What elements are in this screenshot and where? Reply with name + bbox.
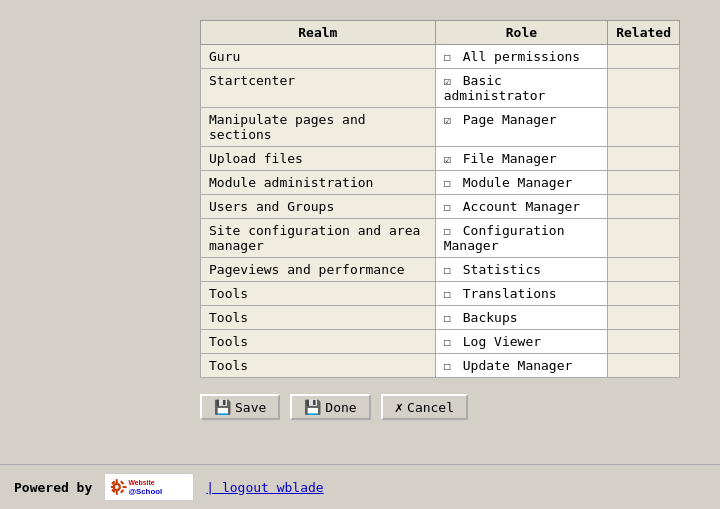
svg-text:@School: @School [129,487,163,496]
related-cell [608,330,680,354]
checkbox-icon: ☐ [444,287,451,301]
role-cell: ☐ Module Manager [435,171,608,195]
role-cell: ☑ Basic administrator [435,69,608,108]
related-cell [608,108,680,147]
cancel-button[interactable]: ✗ Cancel [381,394,468,420]
table-row: Module administration☐ Module Manager [201,171,680,195]
table-row: Tools☐ Backups [201,306,680,330]
logo-svg: Website @School [107,475,191,499]
realm-cell: Tools [201,354,436,378]
role-cell: ☐ Translations [435,282,608,306]
save-label: Save [235,400,266,415]
role-cell: ☐ Account Manager [435,195,608,219]
related-cell [608,219,680,258]
related-cell [608,354,680,378]
related-cell [608,195,680,219]
realm-cell: Tools [201,282,436,306]
footer: Powered by Website @School | logout wbla… [0,464,720,509]
related-cell [608,258,680,282]
table-row: Tools☐ Log Viewer [201,330,680,354]
done-label: Done [325,400,356,415]
role-cell: ☑ File Manager [435,147,608,171]
realm-cell: Manipulate pages and sections [201,108,436,147]
realm-cell: Upload files [201,147,436,171]
role-cell: ☐ Backups [435,306,608,330]
realm-cell: Users and Groups [201,195,436,219]
role-cell: ☐ Log Viewer [435,330,608,354]
related-cell [608,45,680,69]
save-button[interactable]: 💾 Save [200,394,280,420]
table-row: Tools☐ Update Manager [201,354,680,378]
permissions-table: Realm Role Related Guru☐ All permissions… [200,20,680,378]
save-icon: 💾 [214,399,231,415]
realm-cell: Tools [201,306,436,330]
table-row: Guru☐ All permissions [201,45,680,69]
checkbox-icon: ☐ [444,176,451,190]
related-cell [608,147,680,171]
checkbox-icon: ☑ [444,74,451,88]
checkbox-icon: ☐ [444,224,451,238]
checkbox-icon: ☐ [444,263,451,277]
svg-rect-4 [111,486,115,488]
done-icon: 💾 [304,399,321,415]
role-cell: ☐ Configuration Manager [435,219,608,258]
svg-rect-2 [116,479,118,483]
table-row: Startcenter☑ Basic administrator [201,69,680,108]
realm-header: Realm [201,21,436,45]
role-cell: ☑ Page Manager [435,108,608,147]
main-content: Realm Role Related Guru☐ All permissions… [0,0,720,464]
cancel-icon: ✗ [395,399,403,415]
realm-cell: Site configuration and area manager [201,219,436,258]
related-cell [608,282,680,306]
table-row: Manipulate pages and sections☑ Page Mana… [201,108,680,147]
table-row: Pageviews and performance☐ Statistics [201,258,680,282]
permissions-table-container: Realm Role Related Guru☐ All permissions… [200,20,680,378]
checkbox-icon: ☐ [444,359,451,373]
svg-rect-5 [123,486,127,488]
table-row: Site configuration and area manager☐ Con… [201,219,680,258]
powered-by-text: Powered by [14,480,92,495]
checkbox-icon: ☐ [444,200,451,214]
buttons-row: 💾 Save 💾 Done ✗ Cancel [200,394,690,420]
checkbox-icon: ☐ [444,335,451,349]
checkbox-icon: ☐ [444,311,451,325]
table-row: Upload files☑ File Manager [201,147,680,171]
table-row: Users and Groups☐ Account Manager [201,195,680,219]
table-row: Tools☐ Translations [201,282,680,306]
role-cell: ☐ Update Manager [435,354,608,378]
realm-cell: Pageviews and performance [201,258,436,282]
realm-cell: Startcenter [201,69,436,108]
related-cell [608,171,680,195]
role-cell: ☐ All permissions [435,45,608,69]
svg-rect-3 [116,491,118,495]
checkbox-icon: ☐ [444,50,451,64]
realm-cell: Guru [201,45,436,69]
svg-rect-9 [120,481,124,485]
checkbox-icon: ☑ [444,113,451,127]
svg-text:Website: Website [129,479,155,486]
role-header: Role [435,21,608,45]
checkbox-icon: ☑ [444,152,451,166]
realm-cell: Module administration [201,171,436,195]
related-header: Related [608,21,680,45]
realm-cell: Tools [201,330,436,354]
done-button[interactable]: 💾 Done [290,394,370,420]
svg-point-1 [115,485,119,489]
role-cell: ☐ Statistics [435,258,608,282]
website-at-school-logo: Website @School [104,473,194,501]
cancel-label: Cancel [407,400,454,415]
logout-link[interactable]: | logout wblade [206,480,323,495]
related-cell [608,306,680,330]
svg-rect-7 [120,489,124,493]
related-cell [608,69,680,108]
